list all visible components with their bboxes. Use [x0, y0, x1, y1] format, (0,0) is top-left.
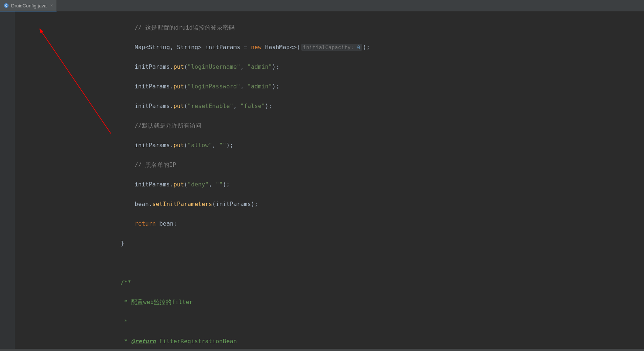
editor-tab-druidconfig[interactable]: C DruidConfig.java ×: [0, 0, 57, 11]
status-bar: [0, 349, 644, 351]
java-class-icon: C: [4, 3, 9, 8]
editor-tab-bar: C DruidConfig.java ×: [0, 0, 644, 11]
tab-filename: DruidConfig.java: [11, 3, 47, 9]
code-comment: //默认就是允许所有访问: [135, 122, 202, 129]
code-editor[interactable]: // 这是配置的druid监控的登录密码 Map<String, String>…: [0, 11, 644, 349]
code-comment: // 黑名单的IP: [135, 162, 176, 168]
svg-text:C: C: [5, 4, 8, 7]
close-icon[interactable]: ×: [50, 3, 53, 8]
code-area[interactable]: // 这是配置的druid监控的登录密码 Map<String, String>…: [15, 11, 644, 349]
ide-window: C DruidConfig.java × // 这是配置的druid监控的登录密…: [0, 0, 644, 351]
javadoc-open: /**: [120, 279, 131, 286]
editor-gutter: [0, 11, 15, 349]
inlay-hint: initialCapacity: 0: [301, 44, 362, 51]
javadoc-return-tag: @return: [131, 338, 156, 345]
code-comment: // 这是配置的druid监控的登录密码: [135, 24, 235, 31]
